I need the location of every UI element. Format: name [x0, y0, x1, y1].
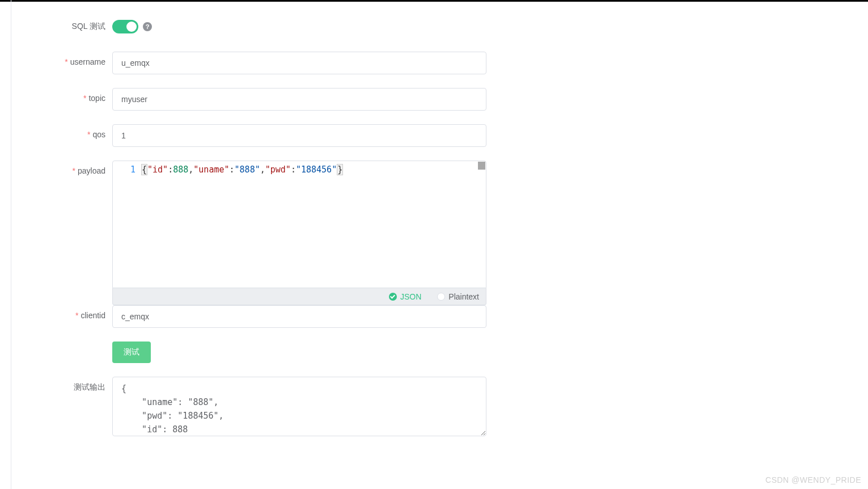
format-plaintext-option[interactable]: Plaintext [437, 292, 479, 301]
sql-test-row: SQL 测试 ? [0, 20, 567, 33]
username-label: *username [0, 52, 112, 66]
topic-control [112, 88, 486, 111]
plaintext-label: Plaintext [448, 292, 479, 301]
side-border [11, 0, 11, 463]
code-content[interactable]: {"id":888,"uname":"888","pwd":"188456"} [140, 161, 486, 288]
scroll-indicator [478, 162, 485, 170]
username-row: *username [0, 52, 567, 74]
radio-inactive-icon [437, 293, 445, 301]
sql-test-label: SQL 测试 [0, 22, 112, 32]
output-textarea[interactable] [112, 377, 486, 436]
test-button-control: 测试 [112, 342, 486, 363]
qos-control [112, 124, 486, 147]
payload-label: *payload [0, 161, 112, 175]
qos-input[interactable] [112, 124, 486, 147]
topic-label: *topic [0, 88, 112, 103]
required-asterisk: * [87, 130, 90, 139]
payload-row: *payload 1 {"id":888,"uname":"888","pwd"… [0, 161, 567, 305]
payload-control: 1 {"id":888,"uname":"888","pwd":"188456"… [112, 161, 486, 305]
output-label: 测试输出 [0, 377, 112, 393]
test-button-row: 测试 [0, 342, 567, 363]
sql-test-toggle[interactable] [112, 20, 138, 33]
qos-row: *qos [0, 124, 567, 147]
topic-row: *topic [0, 88, 567, 111]
output-control [112, 377, 486, 438]
clientid-row: *clientid [0, 305, 567, 328]
clientid-label: *clientid [0, 305, 112, 320]
required-asterisk: * [73, 166, 75, 175]
line-number: 1 [130, 165, 136, 175]
json-label: JSON [400, 292, 421, 301]
top-border [0, 0, 868, 2]
payload-editor[interactable]: 1 {"id":888,"uname":"888","pwd":"188456"… [112, 161, 486, 288]
form-container: SQL 测试 ? *username *topic *qos *payload [0, 3, 567, 463]
required-asterisk: * [83, 94, 86, 103]
test-button[interactable]: 测试 [112, 342, 151, 363]
radio-active-icon [389, 293, 397, 301]
qos-label: *qos [0, 124, 112, 139]
clientid-input[interactable] [112, 305, 486, 328]
help-icon[interactable]: ? [143, 22, 152, 31]
username-control [112, 52, 486, 74]
format-json-option[interactable]: JSON [389, 292, 421, 301]
required-asterisk: * [75, 311, 78, 320]
required-asterisk: * [65, 57, 67, 66]
format-bar: JSON Plaintext [112, 288, 486, 305]
output-row: 测试输出 [0, 377, 567, 438]
code-gutter: 1 [113, 161, 140, 288]
topic-input[interactable] [112, 88, 486, 111]
username-input[interactable] [112, 52, 486, 74]
empty-label [0, 342, 112, 347]
clientid-control [112, 305, 486, 328]
